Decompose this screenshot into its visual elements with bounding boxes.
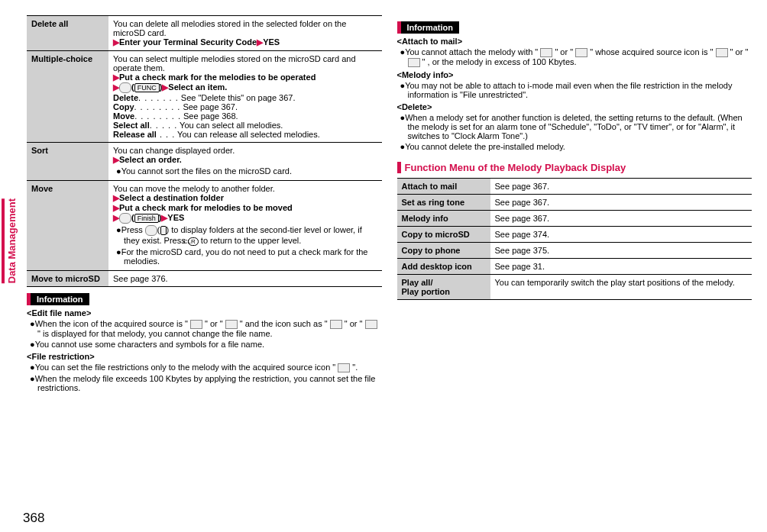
mv0: See "Delete this" on page 367. <box>181 93 296 102</box>
mk4: Release all <box>113 130 157 139</box>
mk0: Delete <box>113 93 138 102</box>
rtv0: See page 367. <box>490 179 752 195</box>
source-icon <box>225 320 238 329</box>
move-note1: ●Press ( ) to display folders at the sec… <box>113 225 377 246</box>
rtv4: See page 375. <box>490 243 752 259</box>
source-icon <box>190 320 202 329</box>
fr-bullet2: ●When the melody file exceeds 100 Kbytes… <box>27 374 382 392</box>
rtk5: Add desktop icon <box>397 259 490 275</box>
arrow-icon: ▶ <box>113 193 119 202</box>
source-icon <box>716 48 728 57</box>
row-sort-body: You can change displayed order. ▶Select … <box>108 143 382 181</box>
mail-key-icon <box>119 213 131 224</box>
md4: . . . <box>157 130 175 139</box>
md2: . . . . . . . . <box>134 111 181 121</box>
move-note2: ●For the microSD card, you do not need t… <box>113 247 377 266</box>
mk3: Select all <box>113 121 150 130</box>
delete-head: <Delete> <box>397 102 752 111</box>
page-number: 368 <box>23 511 44 526</box>
arrow-icon: ▶ <box>113 213 119 222</box>
side-tab: Data Management <box>2 198 18 283</box>
rtv6: You can temporarily switch the play star… <box>490 275 752 300</box>
row-movesd-body: See page 376. <box>108 270 382 286</box>
right-column: Information <Attach to mail> ●You cannot… <box>397 15 752 394</box>
folder-button-icon <box>160 226 167 235</box>
multi-step2a: Select an item. <box>168 82 227 92</box>
row-move-hd: Move <box>27 181 108 271</box>
arrow-icon: ▶ <box>113 73 119 82</box>
arrow-icon: ▶ <box>113 203 119 212</box>
left-operations-table: Delete all You can delete all melodies s… <box>27 15 382 287</box>
move-step2: Put a check mark for melodies to be move… <box>119 203 293 212</box>
fr-bullet1: ●You can set the file restrictions only … <box>27 363 382 372</box>
arrow-icon: ▶ <box>113 37 119 47</box>
multi-desc: You can select multiple melodies stored … <box>113 54 356 73</box>
md1: . . . . . . . . <box>134 102 181 111</box>
rtv2: See page 367. <box>490 211 752 227</box>
ef-bullet2: ●You cannot use some characters and symb… <box>27 340 382 349</box>
left-column: Delete all You can delete all melodies s… <box>27 15 382 394</box>
edit-file-name-head: <Edit file name> <box>27 308 382 318</box>
sort-step: Select an order. <box>119 155 182 164</box>
melody-info-head: <Melody info> <box>397 70 752 79</box>
row-delete-all-hd: Delete all <box>27 16 108 51</box>
information-heading: Information <box>397 21 460 34</box>
rtv3: See page 374. <box>490 227 752 243</box>
attach-to-mail-head: <Attach to mail> <box>397 37 752 46</box>
md3: . . . . . <box>150 121 178 130</box>
file-restriction-head: <File restriction> <box>27 352 382 361</box>
mk1: Copy <box>113 102 134 111</box>
row-multi-body: You can select multiple melodies stored … <box>108 51 382 143</box>
rtk3: Copy to microSD <box>397 227 490 243</box>
information-heading: Information <box>27 293 89 305</box>
row-movesd-hd: Move to microSD <box>27 270 108 286</box>
arrow-icon: ▶ <box>113 155 119 164</box>
ef-bullet1: ●When the icon of the acquired source is… <box>27 319 382 338</box>
mv1: See page 367. <box>183 102 238 111</box>
del-all-yes: YES <box>263 37 280 47</box>
source-icon <box>408 58 420 67</box>
restrict-icon <box>365 320 377 329</box>
mv3: You can select all melodies. <box>180 121 283 130</box>
move-desc: You can move the melody to another folde… <box>113 184 275 193</box>
move-yes: YES <box>167 213 184 222</box>
rtv1: See page 367. <box>490 195 752 211</box>
melody-icon <box>575 48 587 57</box>
row-move-body: You can move the melody to another folde… <box>108 181 382 271</box>
rtk6: Play all/ Play portion <box>397 275 490 300</box>
mv2: See page 368. <box>183 111 238 121</box>
move-step1: Select a destination folder <box>119 193 224 202</box>
rtv5: See page 31. <box>490 259 752 275</box>
row-sort-hd: Sort <box>27 143 108 181</box>
sort-desc: You can change displayed order. <box>113 146 235 155</box>
rtk0: Attach to mail <box>397 179 490 195</box>
del-all-desc: You can delete all melodies stored in th… <box>113 19 346 37</box>
mk2: Move <box>113 111 134 121</box>
rtk1: Set as ring tone <box>397 195 490 211</box>
melody-icon <box>540 48 552 57</box>
rtk2: Melody info <box>397 211 490 227</box>
mv4: You can release all selected melodies. <box>177 130 320 139</box>
md0: . . . . . . . <box>138 93 179 102</box>
row-multi-hd: Multiple-choice <box>27 51 108 143</box>
restrict-icon <box>330 320 342 329</box>
clr-key-icon: CLR <box>188 237 199 246</box>
d-bullet1: ●When a melody set for another function … <box>397 113 752 140</box>
multi-step1: Put a check mark for the melodies to be … <box>119 73 316 82</box>
right-func-table: Attach to mailSee page 367. Set as ring … <box>397 178 752 300</box>
arrow-icon: ▶ <box>113 82 119 92</box>
row-delete-all-body: You can delete all melodies stored in th… <box>108 16 382 51</box>
del-all-step: Enter your Terminal Security Code <box>119 37 257 47</box>
d-bullet2: ●You cannot delete the pre-installed mel… <box>397 142 752 151</box>
sort-note: ●You cannot sort the files on the microS… <box>113 166 377 176</box>
arrow-icon: ▶ <box>257 37 263 47</box>
func-menu-heading: Function Menu of the Melody Playback Dis… <box>397 162 752 173</box>
finish-button-label: Finish <box>134 214 159 223</box>
func-button-label: FUNC <box>134 83 160 92</box>
source-icon <box>338 363 350 372</box>
mi-bullet1: ●You may not be able to attach to i-mode… <box>397 81 752 99</box>
ir-key-icon <box>119 82 131 93</box>
at-bullet1: ●You cannot attach the melody with " " o… <box>397 47 752 67</box>
rtk4: Copy to phone <box>397 243 490 259</box>
